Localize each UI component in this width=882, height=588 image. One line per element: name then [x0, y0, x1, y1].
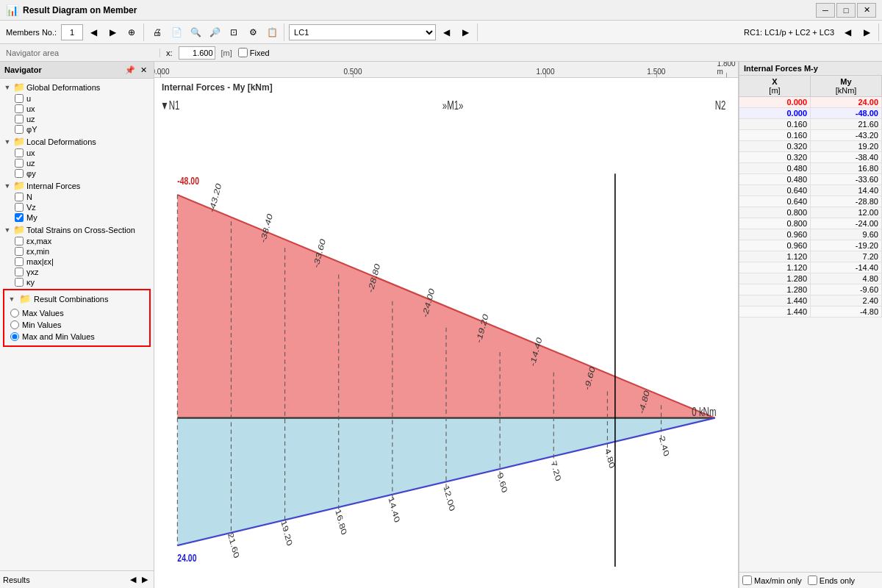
- table-row: 0.160 21.60: [739, 119, 882, 130]
- tree-item-ux[interactable]: ux: [13, 104, 152, 114]
- cell-x: 1.440: [739, 306, 811, 317]
- cell-x: 0.320: [739, 141, 811, 151]
- cell-x: 0.480: [739, 163, 811, 173]
- next-member-button[interactable]: ▶: [104, 24, 121, 41]
- cell-my: -28.80: [811, 196, 882, 207]
- results-label: Results: [3, 576, 127, 584]
- tree-item-kappa-y[interactable]: κy: [13, 277, 152, 287]
- table-row: 1.440 2.40: [739, 295, 882, 306]
- cell-x: 0.320: [739, 152, 811, 162]
- tree-item-max-ex[interactable]: max|εx|: [13, 257, 152, 267]
- export-button[interactable]: 📄: [168, 24, 185, 41]
- cell-x: 0.160: [739, 130, 811, 140]
- cell-my: 12.00: [811, 207, 882, 218]
- cell-my: -4.80: [811, 306, 882, 317]
- window-controls: ─ □ ✕: [816, 3, 876, 18]
- global-deformations-label: Global Deformations: [26, 83, 100, 92]
- fixed-checkbox-label[interactable]: Fixed: [238, 48, 270, 57]
- tree-item-local-phiy[interactable]: φy: [13, 168, 152, 179]
- tree-item-Vz[interactable]: Vz: [13, 202, 152, 212]
- val-12: 12.00: [442, 484, 456, 512]
- cell-my: -19.20: [811, 240, 882, 251]
- tree-item-phiy[interactable]: φY: [13, 124, 152, 135]
- ruler-tick-3: [656, 73, 657, 77]
- tree-group-header-global[interactable]: ▼ 📁 Global Deformations: [1, 81, 152, 93]
- tree-item-ex-max[interactable]: εx,max: [13, 236, 152, 246]
- minimize-button[interactable]: ─: [816, 3, 835, 18]
- table-row: 1.280 4.80: [739, 273, 882, 284]
- navigator-pin-button[interactable]: 📌: [124, 64, 136, 76]
- cell-my: 4.80: [811, 273, 882, 284]
- cell-x: 1.120: [739, 262, 811, 273]
- radio-max-min-values[interactable]: Max and Min Values: [7, 331, 146, 343]
- nav-prev-button[interactable]: ◀: [127, 574, 139, 586]
- tree-item-gamma-xz[interactable]: γxz: [13, 267, 152, 277]
- lc-select[interactable]: LC1: [289, 24, 436, 40]
- cell-x: 1.280: [739, 284, 811, 295]
- tree-item-local-ux[interactable]: ux: [13, 148, 152, 158]
- tree-group-header-internal[interactable]: ▼ 📁 Internal Forces: [1, 179, 152, 192]
- rc-next[interactable]: ▶: [858, 24, 875, 41]
- tree-item-My[interactable]: My: [13, 212, 152, 223]
- app-icon: 📊: [6, 4, 18, 16]
- table-row: 1.120 -14.40: [739, 262, 882, 273]
- table-row: 0.640 -28.80: [739, 196, 882, 207]
- max-min-only-checkbox[interactable]: Max/min only: [742, 576, 802, 585]
- chart-ruler: 0.000 0.500 1.000 1.500 1.800 m: [154, 62, 738, 78]
- tree-item-N[interactable]: N: [13, 192, 152, 202]
- cell-my: 9.60: [811, 229, 882, 240]
- x-unit-label: [m]: [221, 49, 232, 57]
- close-button[interactable]: ✕: [857, 3, 876, 18]
- ruler-tick-1: [353, 73, 354, 77]
- table-row: 0.480 -33.60: [739, 174, 882, 185]
- prev-member-button[interactable]: ◀: [85, 24, 102, 41]
- tree-group-header-strains[interactable]: ▼ 📁 Total Strains on Cross-Section: [1, 223, 152, 236]
- cell-x: 0.000: [739, 97, 811, 107]
- members-input[interactable]: [61, 24, 83, 40]
- cell-my: -33.60: [811, 174, 882, 184]
- zoom-out-button[interactable]: 🔎: [206, 24, 223, 41]
- folder-icon-strains: 📁: [13, 224, 25, 235]
- print-button[interactable]: 🖨: [148, 24, 166, 41]
- fit-button[interactable]: ⊡: [225, 24, 243, 41]
- lc-prev[interactable]: ◀: [437, 24, 455, 41]
- navigator-close-button[interactable]: ✕: [137, 64, 149, 76]
- member-action-button[interactable]: ⊕: [123, 24, 140, 41]
- tree-item-uz[interactable]: uz: [13, 114, 152, 124]
- cell-x: 0.800: [739, 218, 811, 229]
- zoom-in-button[interactable]: 🔍: [187, 24, 204, 41]
- node-m1-label: »M1»: [442, 98, 464, 112]
- right-panel: Internal Forces M-y X[m] My[kNm] 0.000 2…: [739, 62, 882, 588]
- val-14-4: 14.40: [387, 495, 401, 524]
- maximize-button[interactable]: □: [836, 3, 856, 18]
- ends-only-checkbox[interactable]: Ends only: [808, 576, 855, 585]
- cell-my: -24.00: [811, 218, 882, 229]
- lc-next[interactable]: ▶: [456, 24, 474, 41]
- result-combinations-header[interactable]: ▼ 📁 Result Combinations: [7, 293, 146, 304]
- table-row: 0.960 9.60: [739, 229, 882, 240]
- tree-group-internal-forces: ▼ 📁 Internal Forces N Vz My: [1, 179, 152, 223]
- strains-children: εx,max εx,min max|εx| γxz κy: [1, 236, 152, 287]
- x-coord-input[interactable]: [179, 46, 215, 60]
- fixed-checkbox[interactable]: [238, 48, 248, 57]
- ruler-tick-2: [545, 73, 546, 77]
- cell-x: 0.800: [739, 207, 811, 218]
- nav-next-button[interactable]: ▶: [139, 574, 151, 586]
- tree-item-ex-min[interactable]: εx,min: [13, 246, 152, 257]
- tree-item-u[interactable]: u: [13, 93, 152, 104]
- tree-item-local-uz[interactable]: uz: [13, 158, 152, 168]
- radio-max-values[interactable]: Max Values: [7, 307, 146, 319]
- val-2-4: 2.40: [658, 434, 671, 458]
- settings-button[interactable]: ⚙: [244, 24, 262, 41]
- rc-prev[interactable]: ◀: [839, 24, 856, 41]
- navigator-header: Navigator 📌 ✕: [0, 62, 154, 79]
- internal-forces-children: N Vz My: [1, 192, 152, 223]
- cell-x: 1.280: [739, 273, 811, 284]
- tree-group-header-local[interactable]: ▼ 📁 Local Deformations: [1, 135, 152, 148]
- table-row: 0.000 24.00: [739, 97, 882, 108]
- node-n1-label: ▼N1: [160, 98, 179, 112]
- cell-x: 0.960: [739, 240, 811, 251]
- radio-min-values[interactable]: Min Values: [7, 319, 146, 331]
- val-7-2: 7.20: [550, 459, 563, 483]
- table-button[interactable]: 📋: [263, 24, 281, 41]
